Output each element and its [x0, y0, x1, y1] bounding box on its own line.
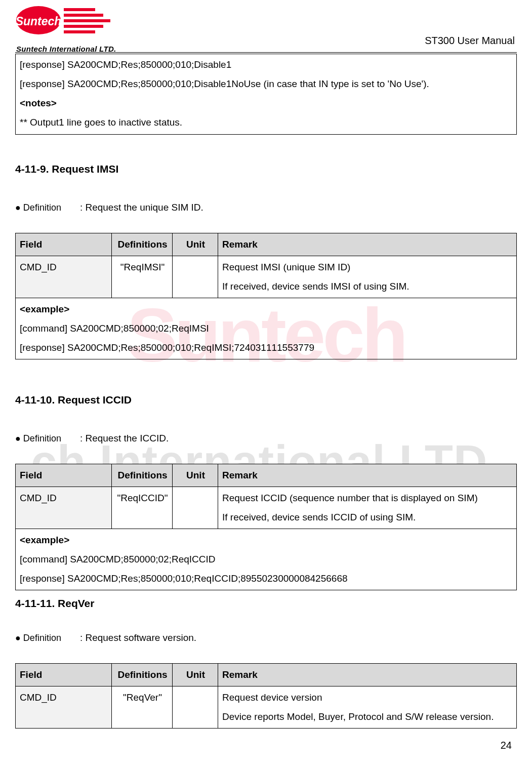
th-field: Field: [16, 233, 112, 256]
svg-rect-2: [64, 8, 95, 11]
table-row: CMD_ID "ReqIMSI" Request IMSI (unique SI…: [16, 256, 517, 298]
company-logo: Suntech: [15, 5, 111, 37]
th-unit: Unit: [173, 233, 218, 256]
th-definitions: Definitions: [112, 464, 173, 487]
remark-line: Request ICCID (sequence number that is d…: [222, 489, 513, 508]
cell-unit: [173, 256, 218, 298]
remark-line: Request IMSI (unique SIM ID): [222, 258, 513, 277]
svg-rect-4: [64, 19, 110, 22]
cell-remark: Request ICCID (sequence number that is d…: [218, 487, 517, 529]
definition-text: : Request software version.: [80, 632, 196, 643]
cell-field: CMD_ID: [16, 256, 112, 298]
section-title-imsi: 4-11-9. Request IMSI: [15, 159, 517, 179]
notes-label: <notes>: [20, 94, 512, 113]
example-command: [command] SA200CMD;850000;02;ReqICCID: [20, 550, 513, 569]
th-definitions: Definitions: [112, 663, 173, 686]
response-line: [response] SA200CMD;Res;850000;010;Disab…: [20, 74, 512, 94]
table-row: CMD_ID "ReqICCID" Request ICCID (sequenc…: [16, 487, 517, 529]
page-header: Suntech Suntech International LTD. ST300…: [15, 9, 517, 53]
document-title: ST300 User Manual: [425, 31, 515, 50]
cell-remark: Request IMSI (unique SIM ID) If received…: [218, 256, 517, 298]
example-row: <example> [command] SA200CMD;850000;02;R…: [16, 298, 517, 359]
svg-text:Suntech: Suntech: [16, 15, 62, 28]
page-number: 24: [501, 736, 512, 755]
definition-row: ● Definition : Request the unique SIM ID…: [15, 198, 517, 217]
imsi-table: Field Definitions Unit Remark CMD_ID "Re…: [15, 233, 517, 359]
notes-box: [response] SA200CMD;Res;850000;010;Disab…: [15, 54, 517, 135]
iccid-table: Field Definitions Unit Remark CMD_ID "Re…: [15, 464, 517, 590]
table-header-row: Field Definitions Unit Remark: [16, 464, 517, 487]
cell-field: CMD_ID: [16, 487, 112, 529]
reqver-table: Field Definitions Unit Remark CMD_ID "Re…: [15, 663, 517, 729]
example-command: [command] SA200CMD;850000;02;ReqIMSI: [20, 319, 513, 338]
example-cell: <example> [command] SA200CMD;850000;02;R…: [16, 529, 517, 590]
definition-row: ● Definition : Request software version.: [15, 629, 517, 647]
th-definitions: Definitions: [112, 233, 173, 256]
svg-rect-5: [64, 25, 103, 28]
table-header-row: Field Definitions Unit Remark: [16, 663, 517, 686]
table-row: CMD_ID "ReqVer" Request device version D…: [16, 686, 517, 728]
th-remark: Remark: [218, 464, 517, 487]
definition-text: : Request the unique SIM ID.: [80, 202, 203, 213]
section-title-reqver: 4-11-11. ReqVer: [15, 593, 517, 614]
remark-line: Device reports Model, Buyer, Protocol an…: [222, 707, 513, 726]
example-row: <example> [command] SA200CMD;850000;02;R…: [16, 529, 517, 590]
remark-line: Request device version: [222, 688, 513, 707]
cell-unit: [173, 487, 218, 529]
cell-remark: Request device version Device reports Mo…: [218, 686, 517, 728]
remark-line: If received, device sends ICCID of using…: [222, 508, 513, 527]
remark-line: If received, device sends IMSI of using …: [222, 277, 513, 296]
definition-label: ● Definition: [15, 633, 61, 643]
th-remark: Remark: [218, 233, 517, 256]
example-label: <example>: [20, 300, 513, 319]
svg-rect-6: [64, 30, 95, 33]
definition-label: ● Definition: [15, 433, 61, 443]
cell-unit: [173, 686, 218, 728]
example-label: <example>: [20, 531, 513, 550]
definition-text: : Request the ICCID.: [80, 433, 169, 443]
th-field: Field: [16, 663, 112, 686]
example-response: [response] SA200CMD;Res;850000;010;ReqIM…: [20, 338, 513, 357]
definition-label: ● Definition: [15, 203, 61, 213]
table-header-row: Field Definitions Unit Remark: [16, 233, 517, 256]
cell-definitions: "ReqIMSI": [112, 256, 173, 298]
example-cell: <example> [command] SA200CMD;850000;02;R…: [16, 298, 517, 359]
cell-field: CMD_ID: [16, 686, 112, 728]
cell-definitions: "ReqVer": [112, 686, 173, 728]
th-unit: Unit: [173, 663, 218, 686]
cell-definitions: "ReqICCID": [112, 487, 173, 529]
response-line: [response] SA200CMD;Res;850000;010;Disab…: [20, 55, 512, 74]
th-unit: Unit: [173, 464, 218, 487]
th-field: Field: [16, 464, 112, 487]
example-response: [response] SA200CMD;Res;850000;010;ReqIC…: [20, 569, 513, 588]
th-remark: Remark: [218, 663, 517, 686]
definition-row: ● Definition : Request the ICCID.: [15, 429, 517, 448]
note-line: ** Output1 line goes to inactive status.: [20, 113, 512, 132]
svg-rect-3: [64, 14, 103, 17]
section-title-iccid: 4-11-10. Request ICCID: [15, 390, 517, 410]
